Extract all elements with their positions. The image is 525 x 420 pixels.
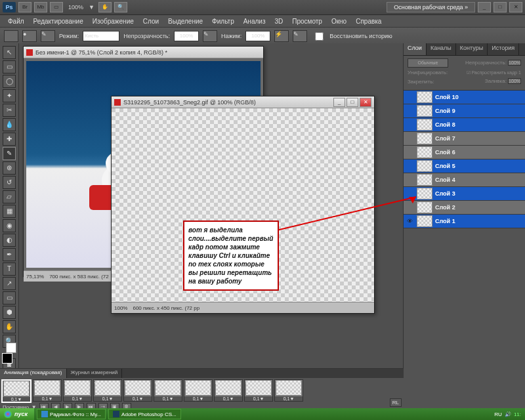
airbrush-icon[interactable]: ⚡ xyxy=(274,30,289,42)
propagate-checkbox[interactable]: ☑ Распространить кадр 1 xyxy=(467,70,521,75)
pressure-opacity-icon[interactable]: ✎ xyxy=(203,30,217,42)
blend-mode-select[interactable]: Кисть xyxy=(83,31,119,41)
frame-delay[interactable]: 0,1▼ xyxy=(215,396,242,401)
lasso-tool-icon[interactable]: ◯ xyxy=(3,75,16,88)
frame-delay[interactable]: 0,1▼ xyxy=(64,396,91,401)
frame-delay[interactable]: 0,1▼ xyxy=(124,396,152,401)
gradient-tool-icon[interactable]: ▦ xyxy=(3,205,16,218)
menu-layer[interactable]: Слои xyxy=(139,18,163,25)
animation-frame[interactable]: 90,1▼ xyxy=(244,379,273,402)
blend-mode-select[interactable]: Обычные xyxy=(408,58,448,68)
pressure-size-icon[interactable]: ✎ xyxy=(293,30,307,42)
animation-frame[interactable]: 50,1▼ xyxy=(123,379,152,402)
app-zoom[interactable]: 100% xyxy=(68,4,83,10)
layer-row[interactable]: Слой 5 xyxy=(404,159,525,173)
doc2-minimize[interactable]: _ xyxy=(333,98,345,107)
visibility-toggle-icon[interactable] xyxy=(405,175,414,184)
animation-frame[interactable]: 60,1▼ xyxy=(154,379,182,402)
dodge-tool-icon[interactable]: ◐ xyxy=(3,234,16,247)
layer-thumbnail[interactable] xyxy=(417,160,432,172)
animation-frame[interactable]: 80,1▼ xyxy=(214,379,243,402)
shape-tool-icon[interactable]: ▭ xyxy=(3,291,16,304)
frame-delay[interactable]: 0,1▼ xyxy=(3,397,30,402)
system-tray[interactable]: RU 🔊 11: xyxy=(490,411,525,417)
layer-row[interactable]: Слой 6 xyxy=(404,146,525,159)
healing-tool-icon[interactable]: ✚ xyxy=(3,133,16,146)
eraser-tool-icon[interactable]: ▱ xyxy=(3,190,16,203)
language-indicator-float[interactable]: RL xyxy=(390,398,402,407)
path-tool-icon[interactable]: ↗ xyxy=(3,277,16,290)
close-button[interactable]: ✕ xyxy=(509,2,522,12)
brush-panel-icon[interactable]: ✎ xyxy=(41,30,55,42)
visibility-toggle-icon[interactable] xyxy=(405,93,414,102)
tab-history[interactable]: История xyxy=(488,43,519,55)
tab-measurement-log[interactable]: Журнал измерений xyxy=(67,369,123,378)
visibility-toggle-icon[interactable] xyxy=(405,134,414,143)
animation-frame[interactable]: 100,1▼ xyxy=(274,379,303,402)
start-button[interactable]: пуск xyxy=(0,408,34,420)
tab-animation[interactable]: Анимация (покадровая) xyxy=(0,369,67,378)
layer-thumbnail[interactable] xyxy=(417,91,432,103)
animation-frame[interactable]: 30,1▼ xyxy=(63,379,92,402)
menu-help[interactable]: Справка xyxy=(352,18,385,25)
frame-delay[interactable]: 0,1▼ xyxy=(94,396,121,401)
hand-tool-icon[interactable]: ✋ xyxy=(98,2,112,12)
layer-thumbnail[interactable] xyxy=(417,174,432,186)
doc2-maximize[interactable]: □ xyxy=(346,98,358,107)
minimize-button[interactable]: _ xyxy=(478,2,491,12)
tray-lang[interactable]: RU xyxy=(494,411,502,417)
menu-file[interactable]: Файл xyxy=(4,18,28,25)
menu-select[interactable]: Выделение xyxy=(164,18,207,25)
marquee-tool-icon[interactable]: ▭ xyxy=(3,60,16,74)
visibility-toggle-icon[interactable] xyxy=(405,148,414,157)
layer-thumbnail[interactable] xyxy=(417,105,432,117)
layer-row[interactable]: Слой 8 xyxy=(404,118,525,132)
move-tool-icon[interactable]: ↖ xyxy=(3,46,16,59)
layer-row[interactable]: Слой 7 xyxy=(404,132,525,146)
layer-row[interactable]: Слой 3 xyxy=(404,187,525,201)
zoom-tool-icon[interactable]: 🔍 xyxy=(114,2,127,12)
restore-history-checkbox[interactable] xyxy=(315,32,324,41)
frame-delay[interactable]: 0,1▼ xyxy=(154,396,182,401)
hand-tool-icon[interactable]: ✋ xyxy=(3,320,16,333)
wand-tool-icon[interactable]: ✦ xyxy=(3,89,16,102)
crop-tool-icon[interactable]: ✂ xyxy=(3,104,16,117)
type-tool-icon[interactable]: T xyxy=(3,262,16,276)
doc2-zoom[interactable]: 100% xyxy=(114,305,127,311)
layer-thumbnail[interactable] xyxy=(417,133,432,144)
layer-opacity-input[interactable]: 100% xyxy=(508,60,521,66)
visibility-toggle-icon[interactable] xyxy=(405,120,414,129)
layer-thumbnail[interactable] xyxy=(417,146,432,158)
animation-frame[interactable]: 70,1▼ xyxy=(184,379,213,402)
tray-icon[interactable]: 🔊 xyxy=(505,411,511,417)
tab-paths[interactable]: Контуры xyxy=(456,43,488,55)
maximize-button[interactable]: □ xyxy=(494,2,507,12)
doc2-titlebar[interactable]: S3192295_51073863_Sneg2.gif @ 100% (RGB/… xyxy=(112,96,374,108)
menu-window[interactable]: Окно xyxy=(327,18,350,25)
doc1-zoom[interactable]: 75,13% xyxy=(26,274,44,280)
layer-thumbnail[interactable] xyxy=(417,119,432,131)
stamp-tool-icon[interactable]: ⊛ xyxy=(3,161,16,175)
animation-frame[interactable]: 40,1▼ xyxy=(93,379,122,402)
layer-row[interactable]: Слой 4 xyxy=(404,173,525,187)
3d-tool-icon[interactable]: ⬢ xyxy=(3,306,16,319)
visibility-toggle-icon[interactable] xyxy=(405,106,414,116)
eyedropper-tool-icon[interactable]: 💧 xyxy=(3,118,16,131)
doc2-close[interactable]: ✕ xyxy=(360,98,371,107)
frame-delay[interactable]: 0,1▼ xyxy=(245,396,272,401)
layer-fill-input[interactable]: 100% xyxy=(508,78,521,84)
tab-channels[interactable]: Каналы xyxy=(427,43,456,55)
visibility-toggle-icon[interactable] xyxy=(405,161,414,171)
opacity-input[interactable]: 100% xyxy=(174,31,199,41)
menu-view[interactable]: Просмотр xyxy=(288,18,326,25)
history-brush-tool-icon[interactable]: ↺ xyxy=(3,176,16,189)
menu-analysis[interactable]: Анализ xyxy=(240,18,270,25)
layer-row[interactable]: 👁Слой 1 xyxy=(404,215,525,228)
mb-icon[interactable]: Mb xyxy=(34,2,47,12)
doc1-titlebar[interactable]: Без имени-1 @ 75,1% (Слой 2 копия 4, RGB… xyxy=(24,47,263,58)
pen-tool-icon[interactable]: ✒ xyxy=(3,248,16,261)
layer-row[interactable]: Слой 2 xyxy=(404,201,525,215)
flow-input[interactable]: 100% xyxy=(245,31,270,41)
menu-image[interactable]: Изображение xyxy=(89,18,138,25)
animation-frame[interactable]: 20,1▼ xyxy=(33,379,62,402)
